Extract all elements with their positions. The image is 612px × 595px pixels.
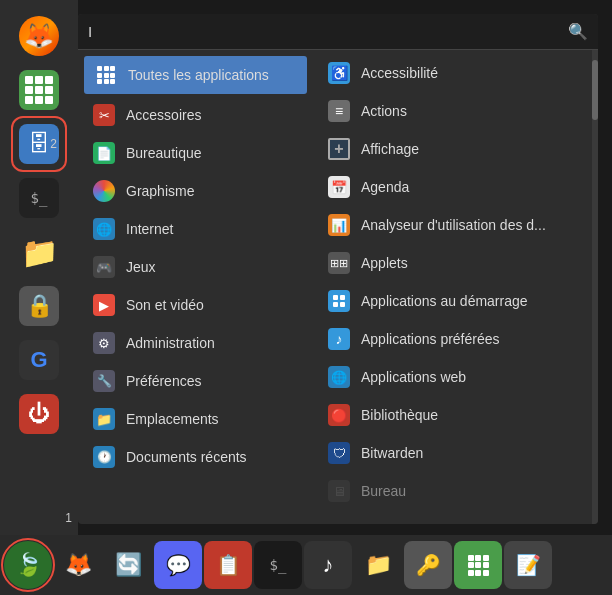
preferences-icon: 🔧: [92, 369, 116, 393]
administration-label: Administration: [126, 335, 215, 351]
search-input[interactable]: [88, 23, 562, 40]
svg-rect-3: [340, 302, 345, 307]
all-apps-icon: [94, 63, 118, 87]
bottom-grid[interactable]: [454, 541, 502, 589]
affichage-label: Affichage: [361, 141, 419, 157]
menu-item-accessoires[interactable]: ✂ Accessoires: [78, 96, 313, 134]
scrollbar-thumb[interactable]: [592, 60, 598, 120]
menu-item-emplacements[interactable]: 📁 Emplacements: [78, 400, 313, 438]
menu-item-actions[interactable]: ≡ Actions: [313, 92, 598, 130]
menu-item-documents-recents[interactable]: 🕐 Documents récents: [78, 438, 313, 476]
applets-label: Applets: [361, 255, 408, 271]
analyseur-label: Analyseur d'utilisation des d...: [361, 217, 546, 233]
bottom-terminal[interactable]: $_: [254, 541, 302, 589]
taskbar-lock[interactable]: 🔒: [15, 282, 63, 330]
bottom-taskbar: 🍃 🦊 🔄 💬 📋 $_ ♪ 📁 🔑 📝: [0, 535, 612, 595]
menu-item-analyseur[interactable]: 📊 Analyseur d'utilisation des d...: [313, 206, 598, 244]
preferences-label: Préférences: [126, 373, 201, 389]
menu-item-graphisme[interactable]: Graphisme: [78, 172, 313, 210]
bureau-icon: 🖥: [327, 479, 351, 503]
agenda-label: Agenda: [361, 179, 409, 195]
app-menu-panel: 🔍: [78, 14, 598, 524]
affichage-icon: +: [327, 137, 351, 161]
menu-item-apps-web[interactable]: 🌐 Applications web: [313, 358, 598, 396]
agenda-icon: 📅: [327, 175, 351, 199]
apps-web-label: Applications web: [361, 369, 466, 385]
search-bar: 🔍: [78, 14, 598, 50]
emplacements-label: Emplacements: [126, 411, 219, 427]
analyseur-icon: 📊: [327, 213, 351, 237]
bottom-folder[interactable]: 📁: [354, 541, 402, 589]
bottom-notes[interactable]: 📝: [504, 541, 552, 589]
menu-item-affichage[interactable]: + Affichage: [313, 130, 598, 168]
bottom-firefox[interactable]: 🦊: [54, 541, 102, 589]
applets-icon: ⊞⊞: [327, 251, 351, 275]
menu-item-preferences[interactable]: 🔧 Préférences: [78, 362, 313, 400]
bottom-discord[interactable]: 💬: [154, 541, 202, 589]
apps-preferees-icon: ♪: [327, 327, 351, 351]
bitwarden-label: Bitwarden: [361, 445, 423, 461]
menu-item-applets[interactable]: ⊞⊞ Applets: [313, 244, 598, 282]
menu-item-apps-preferees[interactable]: ♪ Applications préférées: [313, 320, 598, 358]
internet-label: Internet: [126, 221, 173, 237]
menu-item-son-video[interactable]: ▶ Son et vidéo: [78, 286, 313, 324]
menu-item-apps-demarrage[interactable]: Applications au démarrage: [313, 282, 598, 320]
son-video-label: Son et vidéo: [126, 297, 204, 313]
content-area: Toutes les applications ✂ Accessoires 📄 …: [78, 50, 598, 524]
jeux-label: Jeux: [126, 259, 156, 275]
workspace-number-top: 2: [50, 137, 57, 151]
menu-item-accessibilite[interactable]: ♿ Accessibilité: [313, 54, 598, 92]
categories-list: Toutes les applications ✂ Accessoires 📄 …: [78, 50, 313, 524]
documents-recents-label: Documents récents: [126, 449, 247, 465]
administration-icon: ⚙: [92, 331, 116, 355]
taskbar-grid-app[interactable]: [15, 66, 63, 114]
bureautique-label: Bureautique: [126, 145, 202, 161]
bureautique-icon: 📄: [92, 141, 116, 165]
apps-list: ♿ Accessibilité ≡ Actions + Affichage: [313, 50, 598, 524]
menu-item-administration[interactable]: ⚙ Administration: [78, 324, 313, 362]
son-video-icon: ▶: [92, 293, 116, 317]
svg-rect-2: [333, 302, 338, 307]
menu-item-all-apps[interactable]: Toutes les applications: [84, 56, 307, 94]
apps-demarrage-icon: [327, 289, 351, 313]
accessoires-icon: ✂: [92, 103, 116, 127]
taskbar-google[interactable]: G: [15, 336, 63, 384]
apps-web-icon: 🌐: [327, 365, 351, 389]
bitwarden-icon: 🛡: [327, 441, 351, 465]
accessibilite-icon: ♿: [327, 61, 351, 85]
menu-item-agenda[interactable]: 📅 Agenda: [313, 168, 598, 206]
emplacements-icon: 📁: [92, 407, 116, 431]
bibliotheque-icon: 🔴: [327, 403, 351, 427]
bottom-music[interactable]: ♪: [304, 541, 352, 589]
bottom-key[interactable]: 🔑: [404, 541, 452, 589]
svg-rect-1: [340, 295, 345, 300]
actions-label: Actions: [361, 103, 407, 119]
svg-rect-0: [333, 295, 338, 300]
taskbar-firefox[interactable]: [15, 12, 63, 60]
menu-item-bibliotheque[interactable]: 🔴 Bibliothèque: [313, 396, 598, 434]
menu-item-bureautique[interactable]: 📄 Bureautique: [78, 134, 313, 172]
taskbar-power[interactable]: ⏻: [15, 390, 63, 438]
bottom-mint-menu[interactable]: 🍃: [4, 541, 52, 589]
bottom-update[interactable]: 🔄: [104, 541, 152, 589]
menu-item-internet[interactable]: 🌐 Internet: [78, 210, 313, 248]
all-apps-label: Toutes les applications: [128, 67, 269, 83]
workspace-number-bottom: 1: [65, 511, 72, 525]
taskbar-terminal[interactable]: $_: [15, 174, 63, 222]
menu-item-bitwarden[interactable]: 🛡 Bitwarden: [313, 434, 598, 472]
internet-icon: 🌐: [92, 217, 116, 241]
bottom-files[interactable]: 📋: [204, 541, 252, 589]
graphisme-icon: [92, 179, 116, 203]
apps-demarrage-label: Applications au démarrage: [361, 293, 528, 309]
taskbar-folder[interactable]: 📁: [15, 228, 63, 276]
documents-recents-icon: 🕐: [92, 445, 116, 469]
actions-icon: ≡: [327, 99, 351, 123]
menu-item-bureau[interactable]: 🖥 Bureau: [313, 472, 598, 510]
menu-item-jeux[interactable]: 🎮 Jeux: [78, 248, 313, 286]
bureau-label: Bureau: [361, 483, 406, 499]
jeux-icon: 🎮: [92, 255, 116, 279]
graphisme-label: Graphisme: [126, 183, 194, 199]
accessibilite-label: Accessibilité: [361, 65, 438, 81]
scrollbar-track[interactable]: [592, 50, 598, 524]
apps-preferees-label: Applications préférées: [361, 331, 500, 347]
